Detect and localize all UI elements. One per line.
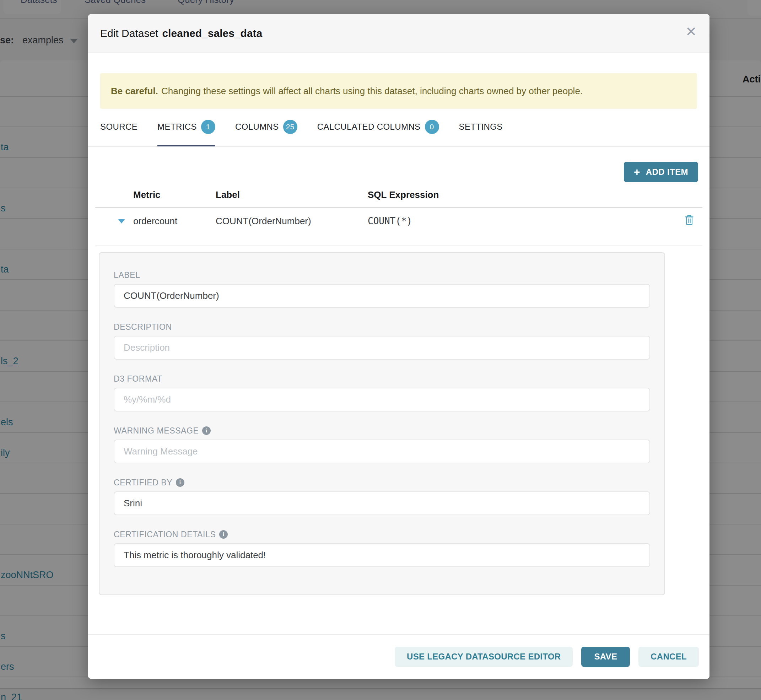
info-icon: i — [202, 427, 211, 435]
label-input[interactable] — [114, 284, 650, 308]
info-icon: i — [176, 478, 184, 487]
tab-source[interactable]: SOURCE — [100, 116, 138, 146]
warning-banner-text: Changing these settings will affect all … — [161, 86, 583, 97]
metric-name: ordercount — [133, 216, 177, 226]
label-field-label: LABEL — [114, 270, 650, 280]
column-header-metric: Metric — [133, 190, 161, 200]
trash-icon — [684, 215, 694, 225]
field-warning-message: WARNING MESSAGE i — [114, 426, 650, 463]
warning-banner-bold: Be careful. — [111, 86, 158, 97]
field-certified-by: CERTIFIED BY i — [114, 478, 650, 515]
metric-row-divider — [95, 245, 702, 245]
field-description: DESCRIPTION — [114, 322, 650, 359]
tab-columns-label: COLUMNS — [235, 122, 279, 132]
metrics-table-divider — [95, 207, 702, 208]
tab-settings-label: SETTINGS — [459, 122, 503, 132]
modal-header: Edit Dataset cleaned_sales_data ✕ — [88, 14, 709, 53]
tab-calculated-columns[interactable]: CALCULATED COLUMNS 0 — [317, 116, 439, 146]
delete-metric-button[interactable] — [684, 215, 694, 227]
description-field-label: DESCRIPTION — [114, 322, 650, 331]
edit-dataset-modal: Edit Dataset cleaned_sales_data ✕ Be car… — [88, 14, 709, 679]
modal-title: Edit Dataset cleaned_sales_data — [100, 14, 262, 53]
tab-settings[interactable]: SETTINGS — [459, 116, 503, 146]
info-icon: i — [219, 530, 228, 539]
certification-details-field-label: CERTIFICATION DETAILS — [114, 530, 216, 539]
use-legacy-datasource-editor-button[interactable]: USE LEGACY DATASOURCE EDITOR — [395, 647, 573, 667]
warning-message-field-label: WARNING MESSAGE — [114, 426, 198, 435]
warning-message-input[interactable] — [114, 439, 650, 463]
tab-columns-count-badge: 25 — [283, 120, 297, 134]
d3-format-input[interactable] — [114, 388, 650, 411]
modal-tabs: SOURCE METRICS 1 COLUMNS 25 CALCULATED C… — [88, 116, 709, 147]
collapse-caret-icon[interactable] — [118, 219, 125, 223]
field-certification-details: CERTIFICATION DETAILS i — [114, 530, 650, 567]
metric-detail-panel: LABEL DESCRIPTION D3 FORMAT WARNING MESS… — [99, 252, 665, 595]
certification-details-input[interactable] — [114, 543, 650, 567]
field-d3-format: D3 FORMAT — [114, 374, 650, 411]
tab-calculated-columns-count-badge: 0 — [425, 120, 439, 134]
field-label: LABEL — [114, 270, 650, 308]
modal-title-dataset-name: cleaned_sales_data — [162, 27, 262, 39]
metric-label: COUNT(OrderNumber) — [216, 216, 311, 226]
close-icon[interactable]: ✕ — [685, 25, 697, 38]
tab-calculated-columns-label: CALCULATED COLUMNS — [317, 122, 420, 132]
warning-banner: Be careful. Changing these settings will… — [100, 73, 697, 109]
add-item-label: ADD ITEM — [646, 167, 688, 177]
tab-source-label: SOURCE — [100, 122, 138, 132]
add-item-button[interactable]: + ADD ITEM — [624, 162, 698, 182]
tab-metrics-count-badge: 1 — [201, 120, 215, 134]
column-header-label: Label — [216, 190, 240, 200]
modal-footer: USE LEGACY DATASOURCE EDITOR SAVE CANCEL — [88, 634, 709, 679]
tab-metrics[interactable]: METRICS 1 — [157, 116, 215, 146]
column-header-sql-expression: SQL Expression — [368, 190, 439, 200]
d3-format-field-label: D3 FORMAT — [114, 374, 650, 383]
tab-metrics-label: METRICS — [157, 122, 197, 132]
metric-sql-expression: COUNT(*) — [368, 216, 412, 226]
tab-columns[interactable]: COLUMNS 25 — [235, 116, 297, 146]
certified-by-field-label: CERTIFIED BY — [114, 478, 172, 487]
certified-by-input[interactable] — [114, 491, 650, 515]
cancel-button[interactable]: CANCEL — [638, 647, 699, 667]
description-input[interactable] — [114, 336, 650, 359]
screen: Datasets Saved Queries Query History se:… — [0, 0, 761, 700]
save-button[interactable]: SAVE — [581, 647, 630, 667]
plus-icon: + — [634, 167, 640, 177]
modal-title-prefix: Edit Dataset — [100, 27, 158, 39]
